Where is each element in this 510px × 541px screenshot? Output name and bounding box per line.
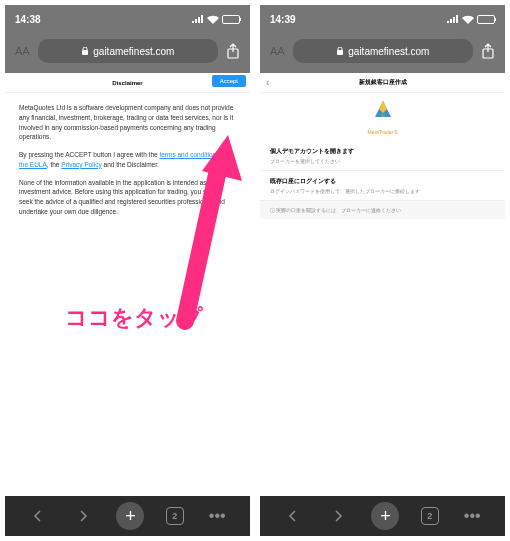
status-icons — [447, 15, 495, 24]
disclaimer-p1: MetaQuotes Ltd is a software development… — [19, 103, 236, 142]
disclaimer-text: MetaQuotes Ltd is a software development… — [5, 93, 250, 235]
header-title: Disclaimer — [112, 80, 142, 86]
lock-icon — [81, 47, 89, 55]
app-logo-block: MetaTrader 5 — [260, 93, 505, 141]
back-button[interactable] — [281, 504, 305, 528]
status-bar: 14:38 — [5, 5, 250, 33]
status-icons — [192, 15, 240, 24]
svg-rect-0 — [192, 21, 194, 23]
share-icon[interactable] — [481, 43, 495, 59]
info-note: ⓘ 実際の口座を開設するには、ブローカーに連絡ください — [260, 201, 505, 219]
new-tab-button[interactable]: + — [116, 502, 144, 530]
back-chevron-icon[interactable]: ‹ — [266, 77, 269, 88]
status-bar: 14:39 — [260, 5, 505, 33]
phone-left: 14:38 AA gaitamefinest.com Disclaimer Ac… — [5, 5, 250, 536]
menu-item-demo[interactable]: 個人デモアカウントを開きます ブローカーを選択してください — [260, 141, 505, 171]
battery-icon — [477, 15, 495, 24]
status-time: 14:39 — [270, 14, 296, 25]
page-content: Disclaimer Accept MetaQuotes Ltd is a so… — [5, 73, 250, 496]
svg-rect-6 — [447, 21, 449, 23]
svg-rect-7 — [450, 19, 452, 23]
menu-item-title: 既存口座にログインする — [270, 177, 495, 186]
text-size-icon[interactable]: AA — [15, 45, 30, 57]
header-title: 新規銀客口座作成 — [359, 78, 407, 87]
lock-icon — [336, 47, 344, 55]
back-button[interactable] — [26, 504, 50, 528]
menu-button[interactable]: ••• — [205, 504, 229, 528]
disclaimer-p2: By pressing the ACCEPT button I agree wi… — [19, 150, 236, 170]
browser-bottom-bar: + 2 ••• — [260, 496, 505, 536]
browser-toolbar: AA gaitamefinest.com — [260, 33, 505, 73]
svg-rect-9 — [456, 15, 458, 23]
page-header: ‹ 新規銀客口座作成 — [260, 73, 505, 93]
url-bar[interactable]: gaitamefinest.com — [293, 39, 473, 63]
wifi-icon — [207, 15, 219, 24]
svg-rect-4 — [82, 50, 88, 55]
new-tab-button[interactable]: + — [371, 502, 399, 530]
battery-icon — [222, 15, 240, 24]
menu-item-subtitle: ブローカーを選択してください — [270, 158, 495, 164]
svg-point-12 — [381, 113, 385, 117]
page-content: ‹ 新規銀客口座作成 MetaTrader 5 個人デモアカウントを開きます ブ… — [260, 73, 505, 496]
page-header: Disclaimer Accept — [5, 73, 250, 93]
url-text: gaitamefinest.com — [93, 46, 174, 57]
share-icon[interactable] — [226, 43, 240, 59]
svg-rect-2 — [198, 17, 200, 23]
disclaimer-p3: None of the information available in the… — [19, 178, 236, 217]
url-bar[interactable]: gaitamefinest.com — [38, 39, 218, 63]
signal-icon — [192, 15, 204, 23]
status-time: 14:38 — [15, 14, 41, 25]
menu-item-title: 個人デモアカウントを開きます — [270, 147, 495, 156]
browser-toolbar: AA gaitamefinest.com — [5, 33, 250, 73]
wifi-icon — [462, 15, 474, 24]
svg-rect-3 — [201, 15, 203, 23]
privacy-link[interactable]: Privacy Policy — [61, 161, 101, 168]
tabs-button[interactable]: 2 — [166, 507, 184, 525]
svg-rect-8 — [453, 17, 455, 23]
accept-button[interactable]: Accept — [212, 75, 246, 87]
url-text: gaitamefinest.com — [348, 46, 429, 57]
forward-button[interactable] — [71, 504, 95, 528]
signal-icon — [447, 15, 459, 23]
browser-bottom-bar: + 2 ••• — [5, 496, 250, 536]
metatrader-logo-icon — [371, 99, 395, 123]
menu-item-login[interactable]: 既存口座にログインする ログインパスワードを使用して、選択したブローカーに接続し… — [260, 171, 505, 201]
forward-button[interactable] — [326, 504, 350, 528]
app-logo-label: MetaTrader 5 — [260, 129, 505, 135]
menu-button[interactable]: ••• — [460, 504, 484, 528]
menu-item-subtitle: ログインパスワードを使用して、選択したブローカーに接続します — [270, 188, 495, 194]
svg-rect-1 — [195, 19, 197, 23]
svg-rect-10 — [337, 50, 343, 55]
annotation-text: ココをタップ — [65, 303, 203, 333]
phone-right: 14:39 AA gaitamefinest.com ‹ 新規銀客口座作成 Me… — [260, 5, 505, 536]
text-size-icon[interactable]: AA — [270, 45, 285, 57]
tabs-button[interactable]: 2 — [421, 507, 439, 525]
